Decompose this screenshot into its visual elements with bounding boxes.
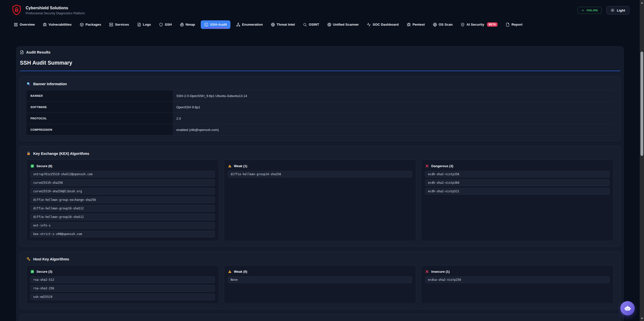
banner-table: BANNERSSH-2.0-OpenSSH_9.6p1 Ubuntu-3ubun…	[26, 90, 614, 135]
kex-algorithms-card: Key Exchange (KEX) Algorithms Secure (8)…	[20, 146, 620, 246]
nav-item-label: Nmap	[186, 23, 195, 26]
server-icon	[109, 23, 113, 27]
algorithm-list: None	[228, 277, 412, 283]
subcard-title: Secure (8)	[36, 164, 52, 168]
terminal-icon	[204, 23, 208, 27]
nav-item-services[interactable]: Services	[107, 20, 131, 29]
assistant-robot-button[interactable]	[620, 301, 635, 315]
nav-item-label: Enumeration	[242, 23, 263, 26]
algorithm-item: ecdh-sha2-nistp256	[425, 171, 610, 177]
nav-item-packages[interactable]: Packages	[77, 20, 103, 29]
algorithm-item: ecdsa-sha2-nistp256	[425, 277, 610, 283]
algorithm-item: ecdh-sha2-nistp384	[425, 179, 610, 186]
scrollbar-thumb[interactable]	[640, 52, 643, 156]
subcard-header: Secure (8)	[30, 163, 215, 168]
subcard-title: Weak (1)	[234, 164, 247, 168]
algorithm-item: diffie-hellman-group-exchange-sha256	[30, 197, 215, 203]
subcard-title: Secure (3)	[36, 270, 52, 273]
banner-row-value: 2.0	[173, 113, 614, 124]
banner-information-card: Banner Information BANNERSSH-2.0-OpenSSH…	[20, 76, 620, 141]
banner-row-protocol: PROTOCOL2.0	[26, 113, 614, 124]
check-square-icon	[30, 164, 34, 168]
shield-icon	[159, 23, 163, 27]
theme-toggle-label: Light	[617, 9, 625, 12]
nav-item-label: Unified Scanner	[333, 23, 359, 26]
nav-item-label: SSH	[165, 23, 172, 26]
globe-icon	[271, 23, 275, 27]
wifi-icon	[581, 9, 585, 12]
robot-icon	[624, 305, 631, 312]
bug-icon	[43, 23, 47, 27]
banner-row-label: BANNER	[26, 90, 173, 101]
algorithm-item: rsa-sha2-256	[30, 285, 215, 292]
status-badge: ONLINE	[578, 7, 602, 14]
app-window: Cybershield Solutions Professional Secur…	[0, 0, 644, 321]
section-header-title: Audit Results	[26, 50, 51, 54]
card-title-text: Key Exchange (KEX) Algorithms	[33, 152, 89, 156]
algo-subcard-dangerous-3-: Dangerous (3)ecdh-sha2-nistp256ecdh-sha2…	[421, 160, 614, 241]
card-title-text: Host Key Algorithms	[33, 257, 69, 261]
algorithm-item: sntrup761x25519-sha512@openssh.com	[30, 171, 215, 177]
algorithm-list: diffie-hellman-group14-sha256	[228, 171, 412, 177]
nav-item-label: Threat Intel	[277, 23, 295, 26]
algo-subcard-insecure-1-: Insecure (1)ecdsa-sha2-nistp256	[421, 265, 614, 304]
algorithm-list: sntrup761x25519-sha512@openssh.comcurve2…	[30, 171, 215, 237]
nav-item-report[interactable]: Report	[503, 20, 525, 29]
nav-item-ssh[interactable]: SSH	[157, 20, 174, 29]
host-key-algorithms-card: Host Key Algorithms Secure (3)rsa-sha2-5…	[20, 252, 620, 309]
brand: Cybershield Solutions Professional Secur…	[12, 4, 85, 17]
algorithm-item: ecdh-sha2-nistp521	[425, 188, 610, 195]
grid-icon	[14, 23, 18, 27]
check-square-icon	[30, 270, 34, 273]
nav-item-logs[interactable]: Logs	[135, 20, 153, 29]
algorithm-item: diffie-hellman-group18-sha512	[30, 214, 215, 220]
document-icon	[20, 50, 24, 54]
banner-row-value: SSH-2.0-OpenSSH_9.6p1 Ubuntu-3ubuntu13.1…	[173, 90, 614, 101]
algorithm-item: ssh-ed25519	[30, 294, 215, 300]
theme-toggle-button[interactable]: Light	[606, 6, 629, 15]
activity-icon	[367, 23, 371, 27]
nav-item-label: Vulnerabilities	[49, 23, 72, 26]
package-icon	[80, 23, 84, 27]
algorithm-item: diffie-hellman-group16-sha512	[30, 205, 215, 212]
nav-item-overview[interactable]: Overview	[12, 20, 37, 29]
nav-item-unified-scanner[interactable]: Unified Scanner	[325, 20, 361, 29]
network-icon	[236, 23, 240, 27]
nav-item-label: AI Security	[466, 23, 484, 26]
scrollbar-down-arrow[interactable]	[640, 316, 644, 320]
file-text-icon	[137, 23, 141, 27]
shield-lock-icon	[12, 4, 22, 17]
scrollbar	[640, 0, 644, 321]
banner-row-compression: COMPRESSIONenabled (zlib@openssh.com)	[26, 124, 614, 135]
nav-item-pentest[interactable]: Pentest	[405, 20, 427, 29]
banner-row-value: enabled (zlib@openssh.com)	[173, 124, 614, 135]
nav-item-threat-intel[interactable]: Threat Intel	[269, 20, 297, 29]
app-title: Cybershield Solutions	[26, 6, 85, 11]
nav-item-vulnerabilities[interactable]: Vulnerabilities	[41, 20, 74, 29]
key-icon	[26, 257, 31, 261]
active-tab-underline	[204, 28, 227, 28]
nav-item-nmap[interactable]: Nmap	[178, 20, 197, 29]
nav-item-os-scan[interactable]: OS Scan	[431, 20, 455, 29]
subcard-header: Weak (1)	[228, 163, 412, 168]
nav-item-label: OSINT	[309, 23, 319, 26]
status-badge-label: ONLINE	[587, 9, 598, 12]
radar-icon	[180, 23, 184, 27]
nav-item-soc-dashboard[interactable]: SOC Dashboard	[365, 20, 401, 29]
scrollbar-up-arrow[interactable]	[640, 1, 644, 5]
search-icon	[303, 23, 307, 27]
kex-columns: Secure (8)sntrup761x25519-sha512@openssh…	[26, 160, 614, 241]
card-title: Banner Information	[26, 82, 614, 86]
nav-item-enumeration[interactable]: Enumeration	[234, 20, 265, 29]
nav-item-label: Report	[511, 23, 522, 26]
nav-item-label: Pentest	[413, 23, 425, 26]
warning-icon	[228, 164, 232, 168]
algorithm-list: rsa-sha2-512rsa-sha2-256ssh-ed25519	[30, 277, 215, 300]
nav-item-ai-security[interactable]: AI SecurityBETA	[458, 20, 500, 29]
nav-item-osint[interactable]: OSINT	[301, 20, 321, 29]
nav-item-label: Packages	[86, 23, 101, 26]
nav-item-ssh-audit[interactable]: SSH-Audit	[201, 20, 230, 29]
warning-icon	[228, 270, 232, 273]
subcard-header: Dangerous (3)	[425, 163, 610, 168]
top-header: Cybershield Solutions Professional Secur…	[0, 0, 644, 19]
